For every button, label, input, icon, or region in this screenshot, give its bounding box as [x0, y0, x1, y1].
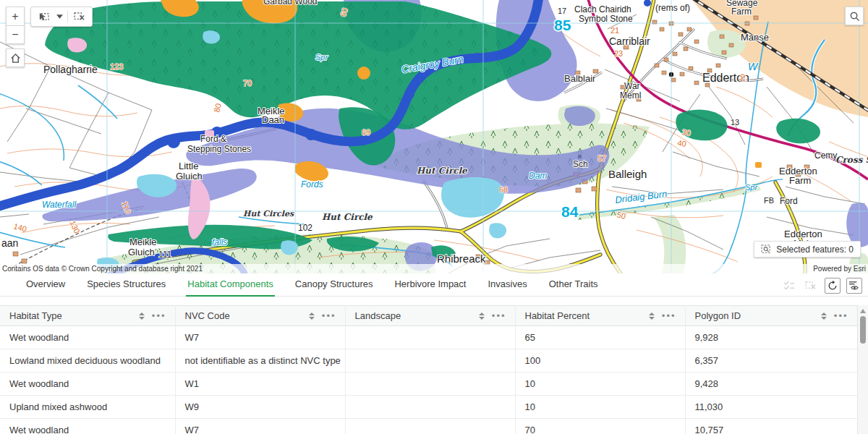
column-menu-button[interactable]: •••	[492, 310, 506, 321]
clear-map-selection-button[interactable]	[72, 9, 88, 25]
table-cell: W7	[175, 419, 345, 434]
scrollbar-thumb[interactable]	[860, 316, 866, 344]
select-tool-button[interactable]	[35, 9, 51, 25]
map-label: 23	[614, 49, 623, 58]
table-cell: Wet woodland	[0, 326, 175, 349]
map-label: aan	[1, 237, 18, 249]
map-label: Ford &	[200, 134, 226, 144]
map-label: Spr	[315, 53, 328, 61]
column-menu-button[interactable]: •••	[834, 310, 848, 321]
table-cell: 9,928	[685, 326, 857, 349]
table-cell: W1	[175, 373, 345, 396]
table-cell: 10,757	[685, 419, 857, 434]
table-cell	[345, 396, 515, 419]
column-header: NVC Code•••	[175, 306, 345, 326]
refresh-button[interactable]	[825, 278, 841, 294]
column-label: Habitat Type	[9, 310, 139, 321]
map-label: (rems of)	[655, 3, 690, 13]
sort-button[interactable]	[139, 312, 145, 320]
map-label: Gluich	[176, 171, 203, 182]
chevron-down-icon	[56, 14, 63, 19]
table-cell: 9,428	[685, 373, 857, 396]
attribution-esri: Powered by Esri	[813, 265, 866, 273]
map-label: 57	[597, 154, 606, 163]
column-menu-button[interactable]: •••	[152, 310, 166, 321]
habitat-table: Habitat Type•••NVC Code•••Landscape•••Ha…	[0, 305, 858, 434]
map-selection-toolbar	[30, 7, 93, 27]
map-label: 102	[298, 223, 312, 233]
attribute-table: Habitat Type•••NVC Code•••Landscape•••Ha…	[0, 305, 868, 434]
sort-button[interactable]	[479, 312, 485, 320]
select-rows-button[interactable]	[781, 278, 797, 294]
select-tool-dropdown[interactable]	[55, 9, 64, 25]
map-label: Meml	[620, 90, 641, 101]
map-label: Little	[179, 161, 198, 171]
select-rows-icon	[783, 281, 795, 291]
table-row[interactable]: Wet woodlandW1109,428	[0, 373, 857, 396]
map-label: Carriblair	[609, 35, 650, 47]
attribution-os: Contains OS data © Crown Copyright and d…	[2, 265, 203, 273]
sort-button[interactable]	[309, 312, 315, 320]
map-label: Cemy	[814, 150, 837, 161]
table-row[interactable]: Wet woodlandW7659,928	[0, 326, 857, 349]
tab-canopy-structures[interactable]: Canopy Structures	[294, 274, 375, 297]
select-features-icon	[38, 12, 50, 22]
map-label: Fords	[301, 179, 323, 190]
search-icon	[849, 11, 860, 22]
map-label: 85	[554, 17, 571, 33]
column-label: Landscape	[355, 310, 479, 321]
table-cell: 65	[515, 326, 685, 349]
map-pane[interactable]: PollagharrieMeikleDaanLittleGluichMeikle…	[0, 0, 868, 273]
map-label: 70	[243, 79, 252, 88]
scroll-up-arrow[interactable]	[860, 309, 866, 313]
selected-features-badge[interactable]: Selected features: 0	[754, 241, 861, 258]
table-cell	[345, 419, 515, 434]
column-label: Polygon ID	[695, 310, 821, 321]
column-label: NVC Code	[185, 310, 309, 321]
table-scrollbar[interactable]	[857, 305, 868, 434]
tab-overview[interactable]: Overview	[25, 274, 67, 297]
table-row[interactable]: Upland mixed ashwoodW91011,030	[0, 396, 857, 419]
tab-habitat-components[interactable]: Habitat Components	[186, 274, 275, 297]
column-menu-button[interactable]: •••	[322, 310, 336, 321]
column-menu-button[interactable]: •••	[662, 310, 676, 321]
zoom-in-button[interactable]: +	[6, 7, 25, 25]
tab-herbivore-impact[interactable]: Herbivore Impact	[393, 274, 467, 297]
map-label: 68	[499, 185, 508, 194]
sort-button[interactable]	[821, 312, 827, 320]
map-canvas[interactable]: PollagharrieMeikleDaanLittleGluichMeikle…	[0, 0, 868, 273]
tab-invasives[interactable]: Invasives	[486, 274, 528, 297]
table-cell	[345, 373, 515, 396]
tab-species-structures[interactable]: Species Structures	[85, 274, 167, 297]
tab-other-traits[interactable]: Other Traits	[548, 274, 600, 297]
column-header: Habitat Type•••	[0, 306, 175, 326]
clear-table-selection-icon	[805, 281, 817, 291]
map-label: Stepping Stones	[187, 144, 251, 154]
column-header: Habitat Percent•••	[515, 306, 685, 326]
table-cell: 6,357	[685, 349, 857, 373]
selected-features-label: Selected features: 0	[776, 244, 854, 255]
table-cell: 70	[515, 419, 685, 434]
map-label: 17	[558, 7, 566, 15]
map-label: Cross S	[835, 155, 868, 165]
search-button[interactable]	[845, 7, 864, 25]
table-row[interactable]: Lowland mixed deciduous woodlandnot iden…	[0, 349, 857, 373]
table-cell: not identifiable as a distinct NVC type	[175, 349, 345, 373]
zoom-out-button[interactable]: −	[6, 25, 25, 44]
toolbar-divider	[67, 11, 68, 22]
column-visibility-button[interactable]	[846, 278, 862, 294]
map-label: Manse	[741, 32, 769, 43]
map-label: 69	[362, 128, 370, 137]
table-cell: W7	[175, 326, 345, 349]
column-header: Landscape•••	[345, 306, 515, 326]
table-cell: Upland mixed ashwood	[0, 396, 175, 419]
map-label: 21	[610, 26, 619, 35]
refresh-icon	[827, 281, 838, 291]
map-label: Meikle	[129, 237, 157, 247]
column-visibility-eye-icon	[848, 281, 860, 291]
map-label: Hut Circle	[417, 166, 468, 176]
home-button[interactable]	[6, 48, 25, 67]
table-row[interactable]: Wet woodlandW77010,757	[0, 419, 857, 434]
sort-button[interactable]	[649, 312, 655, 320]
clear-table-selection-button[interactable]	[803, 278, 819, 294]
